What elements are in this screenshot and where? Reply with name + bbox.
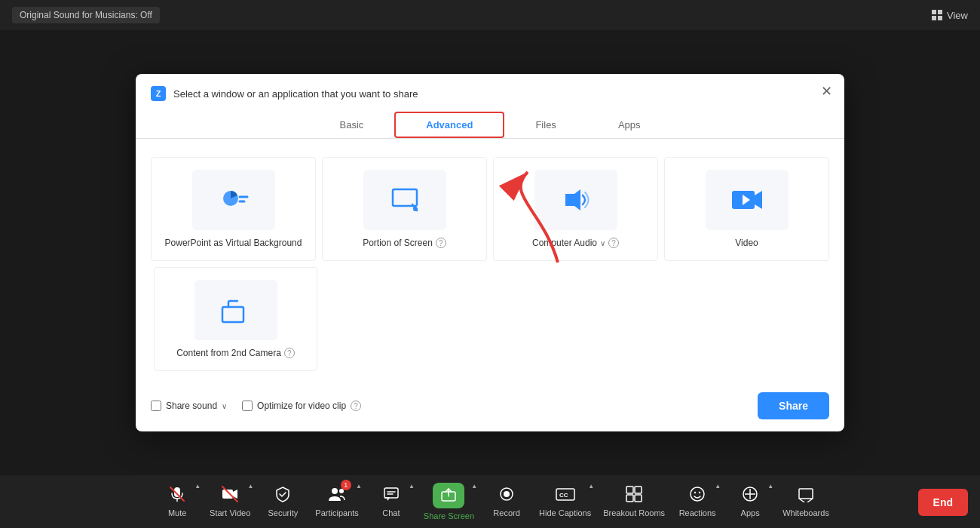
items-grid-row1: PowerPoint as Virtual Background Portion… xyxy=(136,139,844,264)
item-computer-audio[interactable]: Computer Audio ∨ ? xyxy=(493,157,658,261)
toolbar-item-reactions[interactable]: Reactions ▲ xyxy=(671,475,724,528)
tab-files[interactable]: Files xyxy=(504,112,586,139)
reactions-icon xyxy=(689,486,706,505)
items-grid-row2: Content from 2nd Camera ? xyxy=(136,264,844,374)
mute-label: Mute xyxy=(168,508,186,517)
svg-point-19 xyxy=(332,488,338,494)
computer-audio-icon-box xyxy=(534,170,617,230)
modal-overlay: Z Select a window or an application that… xyxy=(0,30,980,475)
participants-label: Participants xyxy=(315,508,358,517)
modal-header: Z Select a window or an application that… xyxy=(136,74,844,101)
toolbar-item-chat[interactable]: Chat ▲ xyxy=(365,475,418,528)
share-sound-chevron[interactable]: ∨ xyxy=(222,402,227,410)
breakout-label: Breakout Rooms xyxy=(603,508,665,517)
svg-rect-30 xyxy=(626,487,633,493)
toolbar-item-share-screen[interactable]: Share Screen ▲ xyxy=(418,475,480,528)
participants-chevron[interactable]: ▲ xyxy=(356,483,362,490)
toolbar-item-participants[interactable]: Participants ▲ 1 xyxy=(309,475,364,528)
computer-audio-help-icon[interactable]: ? xyxy=(608,238,619,248)
share-screen-label: Share Screen xyxy=(424,511,474,520)
share-screen-icon-wrap xyxy=(433,483,464,508)
tab-advanced[interactable]: Advanced xyxy=(394,112,504,138)
svg-text:CC: CC xyxy=(559,492,568,499)
start-video-icon xyxy=(222,486,238,505)
svg-rect-32 xyxy=(626,495,633,502)
video-label: Video xyxy=(735,238,758,248)
security-label: Security xyxy=(268,508,298,517)
modal-title: Select a window or an application that y… xyxy=(173,88,418,100)
portion-help-icon[interactable]: ? xyxy=(436,238,446,248)
portion-label: Portion of Screen ? xyxy=(363,238,446,248)
record-icon xyxy=(498,486,515,505)
share-sound-group: Share sound ∨ xyxy=(151,401,227,411)
captions-label: Hide Captions xyxy=(539,508,591,517)
camera-help-icon[interactable]: ? xyxy=(284,348,295,358)
optimize-help-icon[interactable]: ? xyxy=(351,401,361,411)
tab-apps[interactable]: Apps xyxy=(587,112,672,139)
participants-badge: 1 xyxy=(341,480,351,490)
toolbar-item-captions[interactable]: CC Hide Captions ▲ xyxy=(533,475,597,528)
share-button[interactable]: Share xyxy=(758,392,829,419)
security-icon xyxy=(274,486,291,505)
svg-point-35 xyxy=(694,492,696,493)
record-label: Record xyxy=(493,508,519,517)
item-powerpoint[interactable]: PowerPoint as Virtual Background xyxy=(151,157,316,261)
computer-audio-label: Computer Audio ∨ ? xyxy=(532,238,619,248)
svg-rect-31 xyxy=(635,487,642,493)
camera-icon-box xyxy=(194,280,277,340)
camera-label: Content from 2nd Camera ? xyxy=(176,348,295,358)
svg-rect-33 xyxy=(635,495,642,502)
svg-point-34 xyxy=(691,487,704,501)
toolbar-item-apps[interactable]: Apps ▲ xyxy=(724,475,776,528)
apps-label: Apps xyxy=(741,508,760,517)
share-sound-label: Share sound xyxy=(166,401,217,411)
toolbar-item-breakout[interactable]: Breakout Rooms xyxy=(597,475,671,528)
video-label: Start Video xyxy=(210,508,250,517)
svg-rect-40 xyxy=(799,489,813,499)
zoom-logo: Z xyxy=(151,86,166,101)
sound-label[interactable]: Original Sound for Musicians: Off xyxy=(12,7,160,23)
modal-footer: Share sound ∨ Optimize for video clip ? … xyxy=(136,380,844,431)
tabs-container: Basic Advanced Files Apps xyxy=(136,112,844,139)
view-grid-icon xyxy=(932,10,942,20)
video-chevron[interactable]: ▲ xyxy=(247,483,253,490)
svg-marker-6 xyxy=(565,189,580,210)
item-camera[interactable]: Content from 2nd Camera ? xyxy=(154,267,317,371)
whiteboards-label: Whiteboards xyxy=(782,508,829,517)
apps-chevron[interactable]: ▲ xyxy=(767,483,773,490)
mute-icon xyxy=(169,486,185,505)
share-screen-chevron[interactable]: ▲ xyxy=(471,483,477,490)
item-portion[interactable]: Portion of Screen ? xyxy=(322,157,487,261)
apps-icon xyxy=(742,486,758,505)
end-button[interactable]: End xyxy=(918,489,968,516)
chat-chevron[interactable]: ▲ xyxy=(409,483,415,490)
tab-basic[interactable]: Basic xyxy=(308,112,394,139)
optimize-checkbox[interactable] xyxy=(242,401,253,411)
toolbar-item-record[interactable]: Record xyxy=(480,475,533,528)
view-button[interactable]: View xyxy=(932,10,968,21)
share-screen-modal: Z Select a window or an application that… xyxy=(136,74,844,431)
powerpoint-label: PowerPoint as Virtual Background xyxy=(165,238,302,248)
top-bar: Original Sound for Musicians: Off View xyxy=(0,0,980,30)
reactions-chevron[interactable]: ▲ xyxy=(715,483,721,490)
toolbar: Mute ▲ Start Video ▲ Security xyxy=(0,475,980,528)
toolbar-item-whiteboards[interactable]: Whiteboards xyxy=(776,475,835,528)
captions-icon: CC xyxy=(556,486,575,505)
svg-marker-8 xyxy=(755,191,762,209)
captions-chevron[interactable]: ▲ xyxy=(588,483,594,490)
svg-rect-21 xyxy=(384,488,398,498)
chat-icon xyxy=(383,486,400,505)
computer-audio-chevron[interactable]: ∨ xyxy=(600,239,605,247)
svg-rect-3 xyxy=(393,189,417,206)
optimize-label: Optimize for video clip xyxy=(257,401,346,411)
item-video[interactable]: Video xyxy=(664,157,829,261)
toolbar-item-security[interactable]: Security xyxy=(256,475,309,528)
breakout-icon xyxy=(626,486,642,505)
toolbar-item-mute[interactable]: Mute ▲ xyxy=(151,475,204,528)
modal-close-button[interactable]: ✕ xyxy=(821,84,832,98)
toolbar-item-video[interactable]: Start Video ▲ xyxy=(204,475,256,528)
share-sound-checkbox[interactable] xyxy=(151,401,161,411)
portion-icon-box xyxy=(363,170,446,230)
footer-left: Share sound ∨ Optimize for video clip ? xyxy=(151,401,361,411)
mute-chevron[interactable]: ▲ xyxy=(194,483,201,490)
